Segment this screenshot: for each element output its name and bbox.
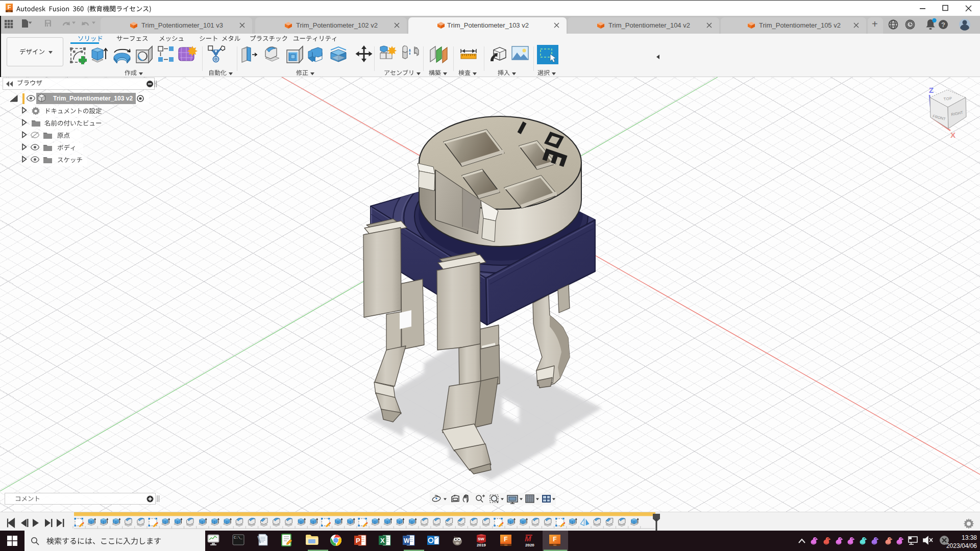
svg-text:P: P	[356, 537, 360, 544]
svg-text:F: F	[8, 4, 11, 10]
svg-text:F: F	[553, 536, 556, 543]
svg-text:2019: 2019	[477, 543, 486, 547]
svg-text:X: X	[380, 537, 385, 544]
svg-text:Z: Z	[929, 86, 934, 94]
svg-text:F: F	[504, 536, 507, 543]
svg-text:?: ?	[941, 21, 945, 29]
svg-text:SW: SW	[478, 537, 484, 541]
svg-text:C:\_: C:\_	[234, 536, 243, 540]
svg-text:360: 360	[8, 11, 11, 13]
svg-text:2020: 2020	[525, 543, 534, 547]
svg-text:360: 360	[504, 544, 507, 546]
svg-text:X: X	[950, 131, 955, 139]
svg-text:360: 360	[553, 544, 556, 546]
svg-text:W: W	[404, 537, 410, 544]
